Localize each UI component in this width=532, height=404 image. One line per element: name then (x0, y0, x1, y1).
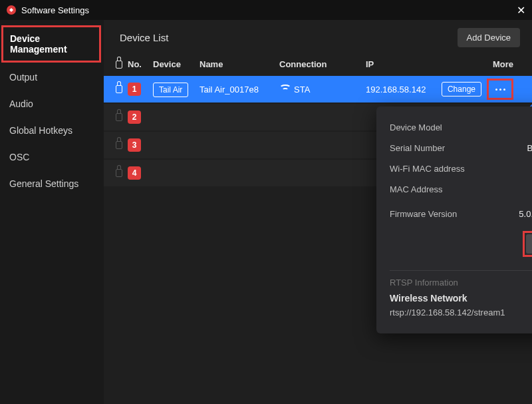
sidebar-item-output[interactable]: Output (0, 64, 104, 91)
firmware-label: Firmware Version (390, 209, 457, 219)
rtsp-url: rtsp://192.168.58.142/stream1 (390, 307, 505, 317)
serial-value: BMOSZHF8081SQW (527, 143, 532, 153)
ip-address: 192.168.58.142 (366, 85, 439, 95)
device-details-popover: Device ModelOSB-2018-CW Serial NumberBMO… (376, 106, 532, 333)
row-index-badge: 3 (128, 138, 141, 152)
firmware-value: 5.0.9.1 (519, 209, 532, 219)
col-lock (110, 61, 128, 69)
sidebar: Device Management Output Audio Global Ho… (0, 20, 104, 404)
col-no: No. (128, 59, 153, 69)
sidebar-item-label: Audio (9, 99, 33, 109)
divider (390, 270, 532, 271)
more-icon[interactable] (490, 81, 510, 97)
device-model-label: Device Model (390, 122, 442, 132)
mac-label: MAC Address (390, 184, 442, 194)
rtsp-network-label: Wireless Network (390, 293, 532, 303)
sidebar-item-general-settings[interactable]: General Settings (0, 170, 104, 197)
row-index-badge: 2 (128, 110, 141, 124)
lock-icon[interactable] (116, 113, 122, 121)
wifimac-label: Wi-Fi MAC address (390, 164, 465, 174)
col-name: Name (200, 59, 279, 69)
add-device-button[interactable]: Add Device (458, 28, 520, 47)
connection-cell: STA (279, 85, 366, 95)
sidebar-item-label: Device Management (10, 33, 67, 55)
wifi-icon (279, 85, 290, 93)
serial-label: Serial Number (390, 143, 445, 153)
lock-icon[interactable] (116, 85, 122, 93)
sidebar-item-osc[interactable]: OSC (0, 144, 104, 170)
sidebar-item-label: General Settings (9, 178, 78, 189)
col-device: Device (153, 59, 200, 69)
device-tag: Tail Air (153, 83, 188, 97)
col-more: More (439, 59, 520, 69)
row-index-badge: 1 (128, 83, 141, 96)
table-row[interactable]: 1 Tail Air Tail Air_0017e8 STA 192.168.5… (104, 76, 532, 102)
manual-upgrade-button[interactable]: Manual Upgrade (526, 234, 532, 254)
window-title: Software Settings (21, 5, 89, 15)
page-title: Device List (120, 32, 168, 43)
col-connection: Connection (279, 59, 366, 69)
content-header: Device List Add Device (104, 20, 532, 53)
lock-icon[interactable] (116, 141, 122, 149)
table-header: No. Device Name Connection IP More (104, 53, 532, 76)
change-button[interactable]: Change (442, 82, 481, 97)
app-logo-icon (7, 5, 16, 15)
sidebar-item-label: Output (9, 72, 37, 83)
rtsp-section-title: RTSP Information (390, 278, 532, 288)
device-name: Tail Air_0017e8 (200, 85, 279, 95)
close-icon[interactable]: ✕ (517, 4, 525, 17)
row-index-badge: 4 (128, 166, 141, 180)
sidebar-item-label: Global Hotkeys (9, 125, 72, 136)
sidebar-item-global-hotkeys[interactable]: Global Hotkeys (0, 117, 104, 144)
titlebar: Software Settings ✕ (0, 0, 532, 20)
lock-icon[interactable] (116, 169, 122, 177)
sidebar-item-device-management[interactable]: Device Management (1, 25, 101, 63)
sidebar-item-audio[interactable]: Audio (0, 91, 104, 117)
connection-label: STA (294, 85, 310, 95)
content-area: Device List Add Device No. Device Name C… (104, 20, 532, 404)
lock-icon (116, 61, 122, 69)
sidebar-item-label: OSC (9, 152, 29, 162)
col-ip: IP (366, 59, 439, 69)
